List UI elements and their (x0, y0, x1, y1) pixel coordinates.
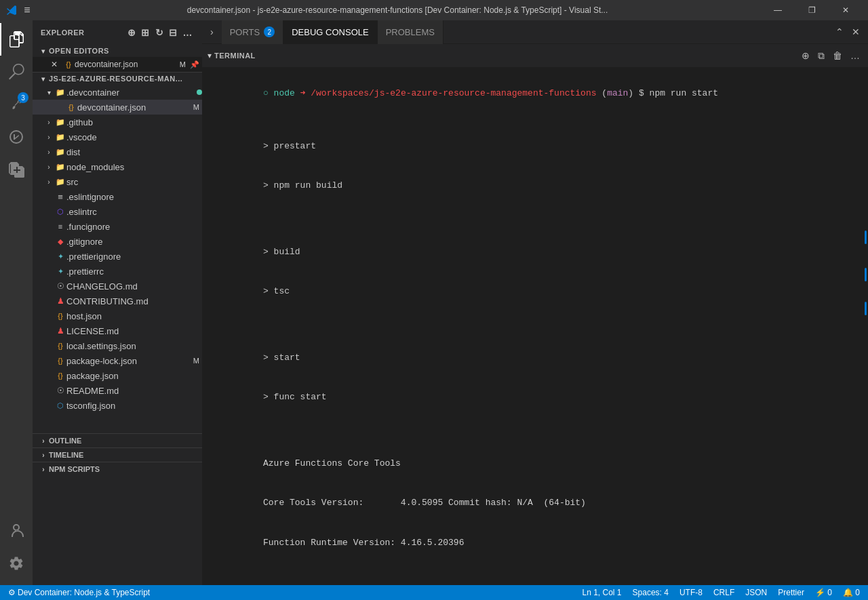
status-language[interactable]: JSON (743, 588, 770, 597)
maximize-panel-icon[interactable]: ⌃ (833, 24, 846, 40)
term-branch-text: main (607, 88, 628, 98)
status-spaces[interactable]: Spaces: 4 (630, 588, 671, 597)
tree-item-changelog[interactable]: ☉ CHANGELOG.md (33, 279, 202, 294)
title-bar-left-icons[interactable]: ≡ (7, 5, 33, 16)
tab-bar-nav[interactable]: › (202, 25, 222, 39)
status-encoding[interactable]: UTF-8 (677, 588, 705, 597)
tree-item-funcignore[interactable]: ≡ .funcignore (33, 219, 202, 234)
terminal-prompt-line: ○ node ➜ /workspaces/js-e2e-azure-resour… (210, 73, 860, 113)
activity-item-run-debug[interactable] (0, 121, 33, 153)
npm-scripts-header[interactable]: NPM Scripts (33, 462, 202, 476)
prettier-label: Prettier (778, 588, 804, 597)
tree-item-package-json[interactable]: {} package.json (33, 368, 202, 383)
terminal-output[interactable]: ○ node ➜ /workspaces/js-e2e-azure-resour… (202, 68, 868, 585)
readme-icon: ☉ (54, 384, 66, 397)
term-start: > start (210, 338, 860, 378)
tab-ports[interactable]: PORTS 2 (222, 20, 284, 44)
window-controls[interactable]: — ❐ ✕ (762, 0, 861, 20)
ln-col-label: Ln 1, Col 1 (583, 588, 622, 597)
tab-problems[interactable]: PROBLEMS (378, 20, 443, 44)
dist-folder-icon: 📁 (54, 146, 66, 158)
tree-item-readme[interactable]: ☉ README.md (33, 383, 202, 398)
activity-item-settings[interactable] (0, 547, 33, 580)
restore-button[interactable]: ❐ (796, 0, 827, 20)
terminal-panel-right[interactable]: ⊕ ⧉ 🗑 … (799, 47, 863, 64)
open-file-devcontainer[interactable]: ✕ {} devcontainer.json M 📌 (33, 57, 202, 72)
tree-item-prettierrc[interactable]: ✦ .prettierrc (33, 264, 202, 279)
tree-item-node-modules[interactable]: 📁 node_modules (33, 159, 202, 174)
minimize-button[interactable]: — (762, 0, 793, 20)
open-editors-arrow: ▾ (38, 47, 49, 55)
close-panel-icon[interactable]: ✕ (849, 24, 863, 40)
tree-item-package-lock[interactable]: {} package-lock.json M (33, 353, 202, 368)
tree-item-tsconfig[interactable]: ⬡ tsconfig.json (33, 398, 202, 413)
activity-item-extensions[interactable] (0, 153, 33, 186)
close-button[interactable]: ✕ (830, 0, 861, 20)
tree-item-contributing[interactable]: ♟ CONTRIBUTING.md (33, 294, 202, 308)
language-label: JSON (745, 588, 767, 597)
vscode-icon (7, 5, 18, 16)
activity-item-account[interactable] (0, 515, 33, 547)
activity-item-source-control[interactable]: 3 (0, 88, 33, 121)
tree-item-license[interactable]: ♟ LICENSE.md (33, 323, 202, 338)
timeline-header[interactable]: Timeline (33, 448, 202, 462)
hamburger-menu-icon[interactable]: ≡ (22, 5, 33, 16)
tree-item-eslintignore[interactable]: ≡ .eslintignore (33, 189, 202, 204)
open-editors-header[interactable]: ▾ Open Editors (33, 45, 202, 57)
tree-item-eslintrc[interactable]: ⬡ .eslintrc (33, 204, 202, 219)
tree-item-src[interactable]: 📁 src (33, 174, 202, 189)
status-prettier[interactable]: Prettier (775, 588, 807, 597)
activity-item-search[interactable] (0, 56, 33, 88)
new-folder-icon[interactable]: ⊞ (140, 26, 151, 39)
tree-item-github[interactable]: 📁 .github (33, 115, 202, 129)
outline-header[interactable]: Outline (33, 434, 202, 447)
refresh-icon[interactable]: ↻ (154, 26, 165, 39)
tree-item-gitignore[interactable]: ◆ .gitignore (33, 234, 202, 249)
sidebar-header-icons[interactable]: ⊕ ⊞ ↻ ⊟ … (126, 26, 195, 39)
more-actions-icon[interactable]: … (182, 26, 195, 39)
gitignore-icon: ◆ (54, 235, 66, 247)
node-modules-label: node_modules (66, 162, 202, 172)
funcignore-icon: ≡ (54, 220, 66, 233)
readme-label: README.md (66, 386, 202, 396)
funcignore-label: .funcignore (66, 222, 202, 232)
package-lock-modified: M (193, 357, 199, 365)
open-editors-label: Open Editors (49, 47, 109, 55)
tab-nav-forward[interactable]: › (208, 25, 216, 39)
terminal-trash-icon[interactable]: 🗑 (830, 47, 845, 64)
tree-item-vscode[interactable]: 📁 .vscode (33, 129, 202, 144)
project-header[interactable]: ▾ JS-E2E-AZURE-RESOURCE-MAN... (33, 73, 202, 85)
timeline-label: Timeline (49, 451, 83, 459)
terminal-split-icon[interactable]: ⧉ (815, 47, 827, 64)
activity-item-explorer[interactable] (0, 23, 33, 56)
license-icon: ♟ (54, 325, 66, 337)
terminal-new-icon[interactable]: ⊕ (799, 47, 812, 64)
remote-icon: ⚙ (8, 588, 16, 597)
status-notifications[interactable]: 🔔 0 (840, 588, 863, 597)
tree-item-devcontainer-folder[interactable]: ▾ 📁 .devcontainer (33, 85, 202, 100)
terminal-more-icon[interactable]: … (848, 47, 863, 64)
eslintignore-label: .eslintignore (66, 192, 202, 202)
collapse-all-icon[interactable]: ⊟ (167, 26, 179, 39)
tab-bar-right[interactable]: ⌃ ✕ (833, 24, 868, 40)
title-bar: ≡ devcontainer.json - js-e2e-azure-resou… (0, 0, 868, 20)
vscode-folder-label: .vscode (66, 132, 202, 142)
tree-item-prettierignore[interactable]: ✦ .prettierignore (33, 249, 202, 264)
status-eol[interactable]: CRLF (711, 588, 737, 597)
status-left: ⚙ Dev Container: Node.js & TypeScript (5, 588, 153, 597)
tree-item-host-json[interactable]: {} host.json (33, 308, 202, 323)
node-modules-icon: 📁 (54, 161, 66, 173)
vscode-folder-icon: 📁 (54, 131, 66, 143)
scroll-indicator-1 (865, 231, 867, 244)
status-ln-col[interactable]: Ln 1, Col 1 (580, 588, 625, 597)
tab-debug-console[interactable]: DEBUG CONSOLE (283, 20, 377, 44)
status-remote[interactable]: ⚙ Dev Container: Node.js & TypeScript (5, 588, 153, 597)
status-errors[interactable]: ⚡ 0 (812, 588, 835, 597)
tree-item-local-settings[interactable]: {} local.settings.json (33, 338, 202, 353)
close-devcontainer-btn[interactable]: ✕ (49, 59, 60, 70)
tree-item-devcontainer-json[interactable]: {} devcontainer.json M (33, 100, 202, 115)
src-folder-icon: 📁 (54, 176, 66, 188)
tree-item-dist[interactable]: 📁 dist (33, 144, 202, 159)
terminal-collapse-arrow[interactable]: ▾ (208, 51, 212, 60)
new-file-icon[interactable]: ⊕ (126, 26, 138, 39)
